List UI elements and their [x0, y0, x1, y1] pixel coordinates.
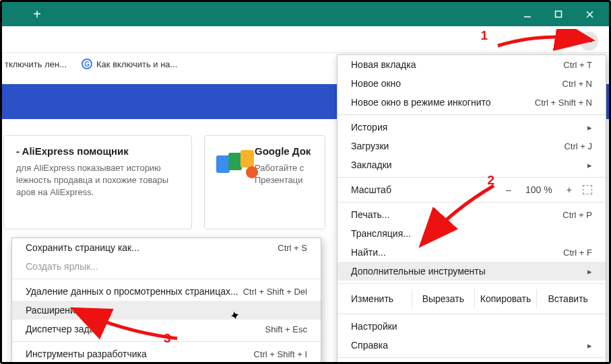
edit-paste-button[interactable]: Вставить: [536, 289, 599, 308]
google-docs-icon: [216, 155, 253, 173]
extension-card-google-docs[interactable]: Google Док Работайте сПрезентаци: [204, 135, 325, 229]
card-title: Google Док: [255, 145, 313, 157]
chrome-window: + ☆ тключить лен... G Как включить и на.…: [0, 0, 611, 364]
edit-copy-button[interactable]: Копировать: [474, 289, 537, 308]
menu-bookmarks[interactable]: Закладки▸: [337, 155, 606, 174]
menu-history[interactable]: История▸: [337, 118, 606, 137]
menu-incognito[interactable]: Новое окно в режиме инкогнитоCtrl + Shif…: [337, 93, 606, 112]
new-tab-button[interactable]: +: [26, 5, 48, 24]
google-icon: G: [82, 59, 92, 69]
zoom-in-button[interactable]: +: [567, 184, 572, 195]
annotation-2: 2: [487, 174, 494, 186]
submenu-create-shortcut: Создать ярлык...: [12, 257, 321, 276]
maximize-button[interactable]: [543, 2, 574, 26]
menu-find[interactable]: Найти...Ctrl + F: [337, 243, 606, 262]
chevron-right-icon: ▸: [587, 340, 592, 351]
submenu-extensions[interactable]: Расширения: [12, 301, 321, 320]
zoom-label: Масштаб: [351, 184, 391, 195]
submenu-dev-tools[interactable]: Инструменты разработчикаCtrl + Shift + I: [12, 344, 321, 363]
minimize-button[interactable]: [512, 2, 543, 26]
svg-rect-1: [556, 11, 562, 17]
bookmark-star-icon[interactable]: ☆: [560, 33, 571, 48]
bookmark-item[interactable]: G Как включить и на...: [82, 59, 177, 69]
chrome-main-menu: Новая вкладкаCtrl + T Новое окноCtrl + N…: [337, 54, 606, 364]
chevron-right-icon: ▸: [587, 266, 592, 277]
fullscreen-icon[interactable]: [583, 185, 592, 194]
annotation-3: 3: [164, 332, 171, 344]
edit-cut-button[interactable]: Вырезать: [412, 289, 474, 308]
bookmark-item[interactable]: тключить лен...: [5, 59, 67, 69]
annotation-1: 1: [480, 29, 488, 42]
zoom-percent: 100 %: [522, 184, 556, 195]
submenu-clear-data[interactable]: Удаление данных о просмотренных страница…: [12, 282, 321, 301]
edit-label: Изменить: [351, 293, 412, 304]
zoom-out-button[interactable]: –: [506, 184, 511, 195]
menu-cast[interactable]: Трансляция...: [337, 224, 606, 243]
menu-edit: Изменить Вырезать Копировать Вставить: [337, 287, 606, 311]
menu-help[interactable]: Справка▸: [337, 336, 606, 355]
card-title: - AliExpress помощник: [16, 145, 179, 157]
window-controls: [512, 2, 605, 26]
menu-more-tools[interactable]: Дополнительные инструменты▸: [337, 262, 606, 281]
chevron-right-icon: ▸: [587, 122, 592, 133]
menu-zoom: Масштаб – 100 % +: [337, 180, 606, 199]
browser-toolbar: ☆: [2, 26, 609, 53]
extension-card-aliexpress[interactable]: - AliExpress помощник для AliExpress пок…: [3, 135, 192, 229]
title-bar: +: [2, 2, 609, 26]
menu-print[interactable]: Печать...Ctrl + P: [337, 205, 606, 224]
chrome-menu-button[interactable]: [579, 32, 598, 50]
menu-downloads[interactable]: ЗагрузкиCtrl + J: [337, 137, 606, 155]
bookmark-label: Как включить и на...: [96, 59, 177, 69]
menu-settings[interactable]: Настройки: [337, 317, 606, 336]
chevron-right-icon: ▸: [587, 160, 592, 170]
submenu-save-as[interactable]: Сохранить страницу как...Ctrl + S: [12, 238, 321, 257]
menu-exit[interactable]: Выход: [337, 361, 606, 364]
menu-new-window[interactable]: Новое окноCtrl + N: [337, 74, 606, 93]
card-desc: для AliExpress показывает историю lежнос…: [16, 162, 179, 198]
menu-new-tab[interactable]: Новая вкладкаCtrl + T: [337, 55, 606, 74]
card-desc: Работайте сПрезентаци: [255, 162, 313, 186]
close-button[interactable]: [574, 2, 605, 26]
